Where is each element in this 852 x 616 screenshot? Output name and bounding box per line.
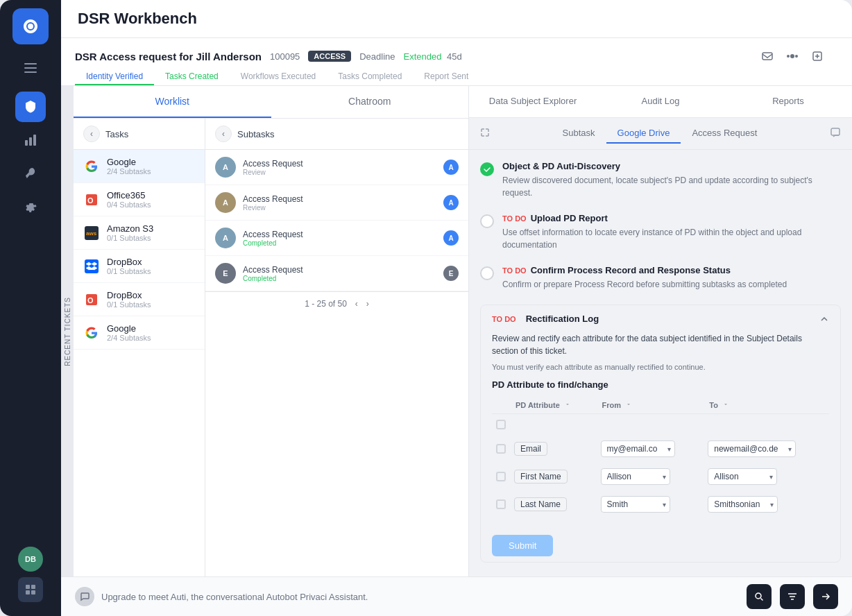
subtask-item-4[interactable]: E Access Request Completed E bbox=[205, 256, 468, 291]
tab-reports[interactable]: Reports bbox=[724, 86, 852, 117]
todo-label-2: TO DO bbox=[502, 214, 527, 223]
bottom-search-button[interactable] bbox=[747, 584, 772, 609]
subtasks-chevron[interactable]: ‹ bbox=[215, 126, 232, 142]
apps-grid-button[interactable] bbox=[18, 577, 43, 602]
th-pd-attribute: PD Attribute bbox=[510, 397, 597, 414]
pd-checkbox-email[interactable] bbox=[496, 444, 506, 454]
task-step-1: Object & PD Auti-Discovery Review discov… bbox=[480, 161, 841, 199]
svg-rect-6 bbox=[33, 135, 36, 146]
task-logo-google2 bbox=[83, 325, 100, 341]
subtask-item-2[interactable]: A Access Request Review A bbox=[205, 185, 468, 221]
expand-icon[interactable] bbox=[480, 128, 490, 140]
bottom-filter-button[interactable] bbox=[780, 584, 805, 609]
tasks-subtasks-area: ‹ Tasks Google 2/4 Subtasks bbox=[74, 119, 468, 576]
prev-page-button[interactable]: ‹ bbox=[355, 299, 358, 309]
to-email-wrapper: newemail@co.de bbox=[708, 440, 796, 457]
ticket-id: 100095 bbox=[270, 51, 300, 62]
pd-checkbox-lastname[interactable] bbox=[496, 499, 506, 509]
th-to: To bbox=[704, 397, 829, 414]
svg-point-14 bbox=[795, 55, 798, 58]
pd-checkbox-empty[interactable] bbox=[496, 420, 506, 429]
bottom-actions bbox=[747, 584, 838, 609]
subtask-badge-3: A bbox=[443, 230, 459, 246]
svg-text:aws: aws bbox=[86, 230, 97, 237]
step-title-2: Upload PD Report bbox=[531, 213, 608, 223]
right-main-tabs: Data Subject Explorer Audit Log Reports bbox=[469, 86, 852, 118]
task-item-dropbox1[interactable]: DropBox 0/1 Subtasks bbox=[74, 250, 205, 283]
to-firstname-select[interactable]: Allison bbox=[708, 468, 777, 485]
progress-tab-identity[interactable]: Identity Verified bbox=[75, 66, 154, 85]
pagination: 1 - 25 of 50 ‹ › bbox=[205, 291, 468, 316]
tab-audit-log[interactable]: Audit Log bbox=[597, 86, 724, 117]
from-lastname-select[interactable]: Smith bbox=[601, 496, 670, 513]
svg-rect-2 bbox=[24, 67, 37, 69]
bottom-arrow-button[interactable] bbox=[813, 584, 838, 609]
table-row-lastname: Last Name Smith bbox=[492, 490, 829, 518]
task-item-google1[interactable]: Google 2/4 Subtasks bbox=[74, 150, 205, 183]
task-item-office[interactable]: O Office365 0/4 Subtasks bbox=[74, 183, 205, 216]
left-panel: Worklist Chatroom ‹ Tasks bbox=[74, 86, 469, 576]
svg-rect-4 bbox=[25, 140, 28, 146]
sidebar-item-tools[interactable] bbox=[15, 158, 46, 189]
dsr-actions bbox=[758, 46, 827, 66]
svg-rect-3 bbox=[24, 71, 37, 73]
pd-checkbox-firstname[interactable] bbox=[496, 472, 506, 481]
task-item-google2[interactable]: Google 2/4 Subtasks bbox=[74, 316, 205, 350]
pd-attr-lastname: Last Name bbox=[514, 497, 567, 511]
subtask-item-3[interactable]: A Access Request Completed A bbox=[205, 221, 468, 256]
svg-rect-10 bbox=[31, 590, 35, 594]
to-email-select[interactable]: newemail@co.de bbox=[708, 440, 796, 457]
subtask-info-2: Access Request Review bbox=[243, 194, 436, 212]
dsr-action-icon-2[interactable] bbox=[783, 46, 802, 66]
tab-chatroom[interactable]: Chatroom bbox=[271, 86, 469, 118]
step-indicator-2 bbox=[480, 214, 494, 228]
subtask-badge-1: A bbox=[443, 160, 459, 175]
recent-tickets-tab[interactable]: RECENT TICKETS bbox=[61, 86, 74, 576]
sidebar-item-shield[interactable] bbox=[15, 92, 46, 122]
dsr-action-icon-3[interactable] bbox=[808, 46, 827, 66]
right-tab-googledrive[interactable]: Google Drive bbox=[606, 123, 681, 144]
main-content-area: DSR Workbench DSR Access request for Jil… bbox=[61, 0, 852, 616]
submit-button[interactable]: Submit bbox=[492, 535, 553, 556]
section-collapse-icon bbox=[819, 314, 829, 324]
hamburger-menu[interactable] bbox=[18, 55, 43, 80]
tab-worklist[interactable]: Worklist bbox=[74, 86, 271, 118]
task-item-amazon[interactable]: aws Amazon S3 0/1 Subtasks bbox=[74, 216, 205, 250]
task-step-3: TO DO Confirm Process Record and Respons… bbox=[480, 265, 841, 291]
tab-data-subject-explorer[interactable]: Data Subject Explorer bbox=[469, 86, 597, 117]
step-content-1: Object & PD Auti-Discovery Review discov… bbox=[502, 161, 841, 199]
sidebar-item-analytics[interactable] bbox=[15, 125, 46, 155]
user-avatar[interactable]: DB bbox=[18, 547, 43, 572]
table-row-firstname: First Name Allison bbox=[492, 463, 829, 490]
from-firstname-select[interactable]: Allison bbox=[601, 468, 670, 485]
todo-verify-text: You must verify each attribute as manual… bbox=[481, 363, 840, 379]
right-tab-subtask[interactable]: Subtask bbox=[552, 123, 606, 144]
svg-text:O: O bbox=[87, 196, 94, 205]
svg-rect-7 bbox=[26, 585, 30, 589]
app-logo[interactable] bbox=[12, 8, 49, 44]
dsr-action-icon-1[interactable] bbox=[758, 46, 777, 66]
sidebar-item-settings[interactable] bbox=[15, 191, 46, 222]
svg-text:O: O bbox=[87, 296, 94, 305]
from-firstname-wrapper: Allison bbox=[601, 468, 670, 485]
pd-attribute-table: PD Attribute From bbox=[492, 397, 829, 518]
subtask-badge-2: A bbox=[443, 195, 459, 210]
progress-tab-sent[interactable]: Report Sent bbox=[413, 66, 479, 85]
svg-point-12 bbox=[790, 54, 794, 58]
from-email-select[interactable]: my@email.co bbox=[601, 440, 675, 457]
table-row-empty bbox=[492, 414, 829, 436]
progress-tab-tasks[interactable]: Tasks Created bbox=[154, 66, 230, 85]
comment-icon[interactable] bbox=[830, 127, 841, 141]
svg-rect-1 bbox=[24, 63, 37, 65]
next-page-button[interactable]: › bbox=[366, 299, 369, 309]
right-tab-access-request[interactable]: Access Request bbox=[681, 123, 768, 144]
progress-tab-completed[interactable]: Tasks Completed bbox=[327, 66, 413, 85]
progress-tab-workflows[interactable]: Workflows Executed bbox=[230, 66, 327, 85]
tasks-chevron[interactable]: ‹ bbox=[83, 126, 100, 142]
subtasks-column-header: ‹ Subtasks bbox=[205, 119, 468, 150]
top-header: DSR Workbench bbox=[61, 0, 852, 38]
task-item-dropbox2[interactable]: O DropBox 0/1 Subtasks bbox=[74, 283, 205, 316]
todo-section-header[interactable]: TO DO Rectification Log bbox=[481, 305, 840, 332]
subtask-item-1[interactable]: A Access Request Review A bbox=[205, 150, 468, 185]
to-lastname-select[interactable]: Smithsonian bbox=[708, 496, 778, 513]
